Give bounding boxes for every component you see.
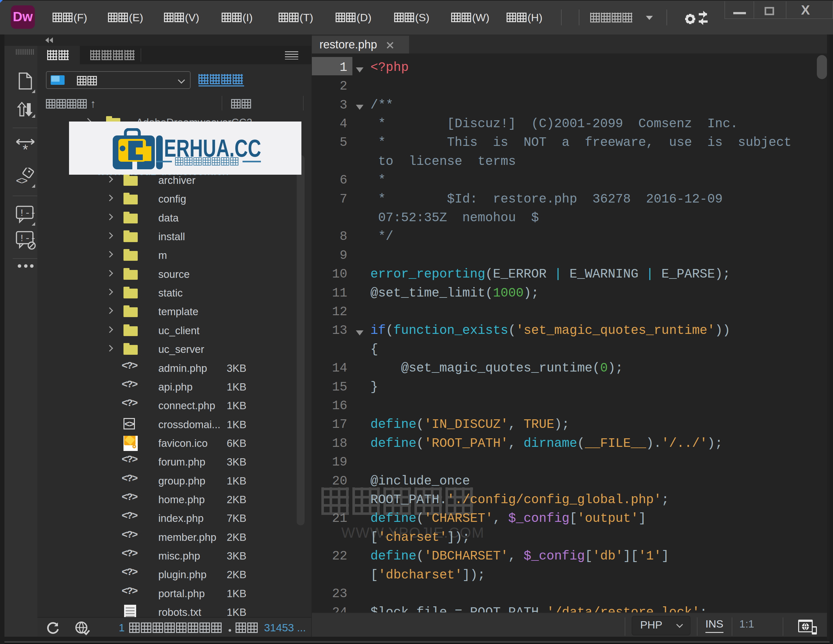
svg-text:!--: !-- [19, 208, 35, 219]
svg-text:*: * [23, 142, 28, 156]
svg-text:<>: <> [16, 175, 27, 187]
